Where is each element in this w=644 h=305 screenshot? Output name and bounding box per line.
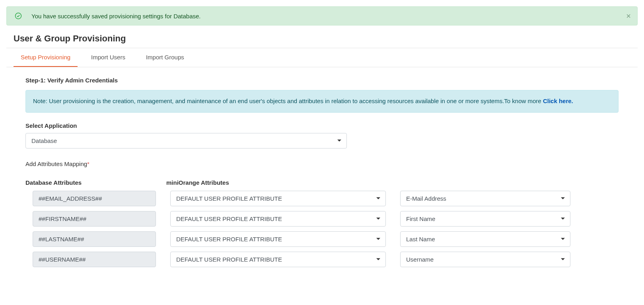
mapping-row: DEFAULT USER PROFILE ATTRIBUTE Last Name bbox=[25, 231, 619, 247]
tab-import-users[interactable]: Import Users bbox=[84, 48, 132, 67]
required-asterisk: * bbox=[87, 160, 89, 167]
check-circle-icon bbox=[15, 12, 22, 20]
alert-message: You have successfully saved provisioning… bbox=[31, 13, 201, 20]
content-area: Step-1: Verify Admin Credentials Note: U… bbox=[6, 67, 638, 282]
click-here-link[interactable]: Click here. bbox=[543, 98, 573, 104]
db-attribute-input[interactable] bbox=[33, 211, 156, 227]
database-attributes-header: Database Attributes bbox=[25, 179, 149, 186]
success-alert: You have successfully saved provisioning… bbox=[6, 6, 638, 25]
select-application-wrap: Database bbox=[25, 133, 347, 149]
select-application-dropdown[interactable]: Database bbox=[25, 133, 347, 149]
close-alert-button[interactable]: × bbox=[626, 12, 631, 20]
mo-attribute-select[interactable]: First Name bbox=[400, 211, 570, 227]
mapping-row: DEFAULT USER PROFILE ATTRIBUTE First Nam… bbox=[25, 211, 619, 227]
db-attribute-input[interactable] bbox=[33, 252, 156, 267]
mo-attribute-select[interactable]: Last Name bbox=[400, 231, 570, 247]
add-attributes-mapping-label: Add Attributes Mapping* bbox=[25, 160, 619, 167]
profile-type-select[interactable]: DEFAULT USER PROFILE ATTRIBUTE bbox=[170, 252, 386, 267]
mapping-header: Database Attributes miniOrange Attribute… bbox=[25, 179, 619, 186]
db-attribute-input[interactable] bbox=[33, 231, 156, 247]
mo-attribute-select[interactable]: E-Mail Address bbox=[400, 191, 570, 206]
mapping-row: DEFAULT USER PROFILE ATTRIBUTE E-Mail Ad… bbox=[25, 191, 619, 206]
mapping-row: DEFAULT USER PROFILE ATTRIBUTE Username bbox=[25, 252, 619, 267]
info-note-text: Note: User provisioning is the creation,… bbox=[33, 98, 543, 104]
profile-type-select[interactable]: DEFAULT USER PROFILE ATTRIBUTE bbox=[170, 191, 386, 206]
select-application-label: Select Application bbox=[25, 122, 619, 129]
svg-point-0 bbox=[16, 13, 21, 19]
db-attribute-input[interactable] bbox=[33, 191, 156, 206]
tab-setup-provisioning[interactable]: Setup Provisioning bbox=[14, 48, 78, 67]
tabs-container: Setup Provisioning Import Users Import G… bbox=[6, 48, 638, 67]
mo-attribute-select[interactable]: Username bbox=[400, 252, 570, 267]
profile-type-select[interactable]: DEFAULT USER PROFILE ATTRIBUTE bbox=[170, 211, 386, 227]
info-note: Note: User provisioning is the creation,… bbox=[25, 90, 619, 113]
step-title: Step-1: Verify Admin Credentials bbox=[25, 77, 619, 84]
miniorange-attributes-header: miniOrange Attributes bbox=[163, 179, 379, 186]
tab-import-groups[interactable]: Import Groups bbox=[139, 48, 191, 67]
page-title: User & Group Provisioning bbox=[14, 33, 638, 44]
profile-type-select[interactable]: DEFAULT USER PROFILE ATTRIBUTE bbox=[170, 231, 386, 247]
